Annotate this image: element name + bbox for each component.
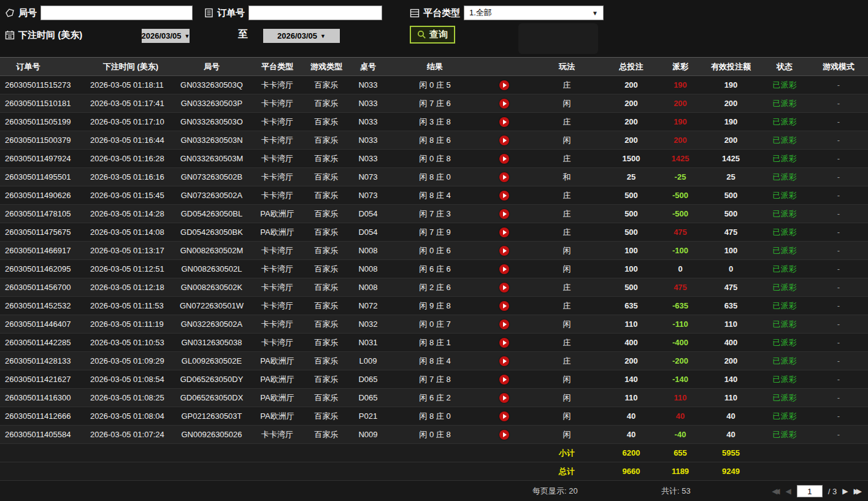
table-no-cell: N072 (347, 297, 389, 315)
table-no-cell: D054 (347, 205, 389, 223)
play-video-button[interactable] (499, 430, 509, 440)
payout-cell: -500 (659, 205, 702, 223)
play-video-button[interactable] (499, 172, 509, 182)
game-mode-cell: - (809, 315, 868, 334)
order-id-cell: 260305011416300 (0, 389, 87, 407)
order-id-cell: 260305011475675 (0, 223, 87, 242)
result-cell: 闲 0 庄 8 (389, 150, 530, 168)
status-cell: 已派彩 (760, 426, 809, 444)
play-video-button[interactable] (499, 283, 509, 293)
valid-bet-cell: 475 (702, 223, 760, 242)
table-no-cell: D065 (347, 389, 389, 407)
game-type-cell: 百家乐 (305, 205, 347, 223)
total-payout: 1189 (659, 462, 702, 481)
platform-type-cell: 卡卡湾厅 (249, 131, 305, 150)
table-row: 2603050114906262026-03-05 01:15:45GN0732… (0, 186, 868, 205)
platform-type-select[interactable]: 1.全部 ▼ (464, 6, 604, 20)
subtotal-label: 小计 (530, 444, 604, 462)
bet-time-cell: 2026-03-05 01:08:25 (87, 389, 174, 407)
bet-on-cell: 庄 (530, 278, 604, 297)
chevron-down-icon: ▼ (592, 10, 598, 17)
result-text: 闲 0 庄 6 (389, 242, 481, 260)
platform-type-cell: 卡卡湾厅 (249, 113, 305, 131)
game-id-input[interactable] (40, 6, 193, 20)
table-no-cell: N033 (347, 113, 389, 131)
game-mode-cell: - (809, 223, 868, 242)
total-bet-cell: 200 (604, 76, 659, 94)
game-mode-cell: - (809, 426, 868, 444)
play-icon (503, 340, 507, 345)
play-video-button[interactable] (499, 393, 509, 403)
bet-time-cell: 2026-03-05 01:16:28 (87, 150, 174, 168)
first-page-button[interactable]: ◀◀ (772, 487, 780, 495)
column-header-9: 派彩 (659, 58, 702, 76)
bet-on-cell: 和 (530, 168, 604, 186)
next-page-button[interactable]: ▶ (842, 487, 848, 495)
platform-type-cell: 卡卡湾厅 (249, 168, 305, 186)
bet-on-cell: 庄 (530, 297, 604, 315)
play-video-button[interactable] (499, 191, 509, 201)
page-input[interactable] (797, 485, 823, 497)
result-cell: 闲 8 庄 4 (389, 352, 530, 370)
table-no-cell: N008 (347, 278, 389, 297)
bet-time-cell: 2026-03-05 01:11:19 (87, 315, 174, 334)
status-cell: 已派彩 (760, 205, 809, 223)
play-video-button[interactable] (499, 246, 509, 256)
play-video-button[interactable] (499, 338, 509, 348)
status-cell: 已派彩 (760, 186, 809, 205)
order-id-cell: 260305011456700 (0, 278, 87, 297)
payout-cell: 200 (659, 131, 702, 150)
play-video-button[interactable] (499, 209, 509, 219)
last-page-button[interactable]: ▶▶ (854, 487, 862, 495)
play-video-button[interactable] (499, 99, 509, 109)
play-icon (503, 377, 507, 382)
status-cell: 已派彩 (760, 260, 809, 278)
order-id-input[interactable] (248, 6, 382, 20)
result-text: 闲 6 庄 2 (389, 389, 481, 407)
prev-page-button[interactable]: ◀ (786, 487, 791, 495)
pagination-footer: 每页显示: 20 共计: 53 ◀◀ ◀ / 3 ▶ ▶▶ (0, 480, 868, 501)
result-text: 闲 8 庄 4 (389, 186, 481, 205)
table-row: 2603050114567002026-03-05 01:12:18GN0082… (0, 278, 868, 297)
date-to-value: 2026/03/05 (277, 31, 317, 40)
play-video-button[interactable] (499, 264, 509, 274)
platform-type-cell: 卡卡湾厅 (249, 260, 305, 278)
play-video-button[interactable] (499, 154, 509, 164)
play-video-button[interactable] (499, 411, 509, 421)
valid-bet-cell: 200 (702, 131, 760, 150)
game-id-cell: GN0082630502L (174, 260, 249, 278)
bet-records-page: 局号 订单号 平台类型 1.全部 ▼ 下注时间 (美东) (0, 0, 868, 501)
table-no-cell: N073 (347, 186, 389, 205)
play-video-button[interactable] (499, 80, 509, 90)
query-button[interactable]: 查询 (410, 26, 455, 44)
payout-cell: -25 (659, 168, 702, 186)
platform-type-cell: PA欧洲厅 (249, 223, 305, 242)
game-type-cell: 百家乐 (305, 334, 347, 352)
play-video-button[interactable] (499, 375, 509, 384)
play-icon (503, 267, 507, 272)
total-bet-cell: 110 (604, 389, 659, 407)
table-row: 2603050114669172026-03-05 01:13:17GN0082… (0, 242, 868, 260)
table-row: 2603050114979242026-03-05 01:16:28GN0332… (0, 150, 868, 168)
game-id-cell: GP0212630503T (174, 407, 249, 426)
total-bet-cell: 40 (604, 407, 659, 426)
order-id-cell: 260305011500379 (0, 131, 87, 150)
payout-cell: 475 (659, 223, 702, 242)
game-id-filter: 局号 (5, 5, 193, 21)
play-video-button[interactable] (499, 228, 509, 237)
game-mode-cell: - (809, 260, 868, 278)
bet-on-cell: 闲 (530, 94, 604, 113)
play-video-button[interactable] (499, 319, 509, 329)
date-from-select[interactable]: 2026/03/05 ▼ (142, 29, 190, 43)
game-id-cell: GN03126305038 (174, 334, 249, 352)
page-total-label: / 3 (828, 487, 837, 496)
play-video-button[interactable] (499, 356, 509, 366)
table-row: 2603050115101812026-03-05 01:17:41GN0332… (0, 94, 868, 113)
payout-cell: 190 (659, 113, 702, 131)
play-video-button[interactable] (499, 136, 509, 145)
play-video-button[interactable] (499, 117, 509, 127)
valid-bet-cell: 140 (702, 370, 760, 389)
order-id-cell: 260305011510181 (0, 94, 87, 113)
play-video-button[interactable] (499, 301, 509, 311)
date-to-select[interactable]: 2026/03/05 ▼ (263, 29, 340, 43)
